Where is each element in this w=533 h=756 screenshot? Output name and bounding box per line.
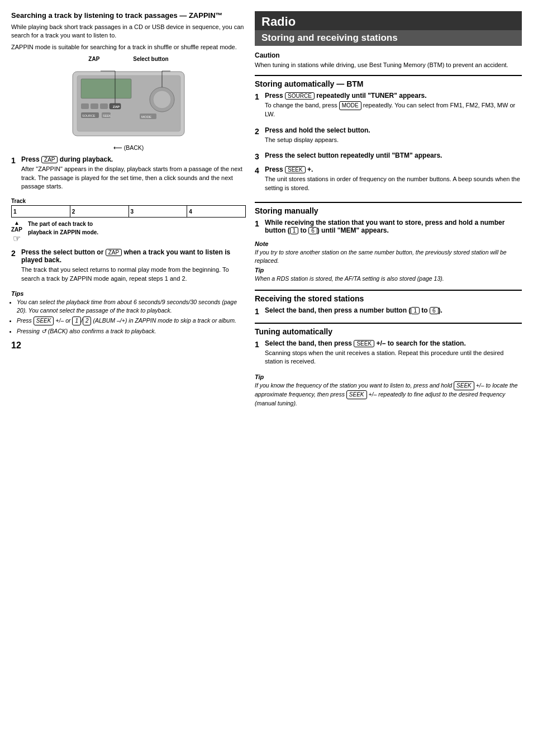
step-2-content: Press the select button or ZAP when a tr… [21,248,246,286]
tip-3: Pressing ↺ (BACK) also confirms a track … [17,327,246,336]
track-label: Track [11,198,246,204]
btm-step-1: 1 Press SOURCE repeatedly until "TUNER" … [255,92,522,121]
back-label: ⟵ (BACK) [11,144,246,151]
track-diagram: Track 1 2 3 4 ▲ ZAP ☞ The part of each t… [11,198,246,244]
storing-manually-title: Storing manually [255,206,522,215]
svg-rect-5 [100,103,108,109]
manual-tip: Tip When a RDS station is stored, the AF… [255,267,522,283]
btm-step-4-heading: Press SEEK +. [265,166,522,173]
btm-step-4: 4 Press SEEK +. The unit stores stations… [255,166,522,195]
receiving-section: Receiving the stored stations 1 Select t… [255,290,522,316]
btm-step-3-num: 3 [255,152,265,161]
manual-step-1: 1 While receiving the station that you w… [255,219,522,236]
receiving-step-1: 1 Select the band, then press a number b… [255,306,522,316]
manual-tip-text: When a RDS station is stored, the AF/TA … [255,275,522,283]
left-section-title: Searching a track by listening to track … [11,11,246,20]
track-seg-3: 3 [129,206,188,217]
num1-manual: 1 [290,227,299,234]
num6-recv: 6 [430,307,439,314]
btm-step-3: 3 Press the select button repeatedly unt… [255,152,522,161]
page-number: 12 [11,341,246,351]
tip-1: You can select the playback time from ab… [17,298,246,314]
btm-step-4-body: The unit stores stations in order of fre… [265,175,522,192]
receiving-step-1-content: Select the band, then press a number but… [265,306,522,316]
num6-manual: 6 [308,227,317,234]
seek-key-tip2: SEEK [454,381,474,390]
radio-header: Radio Storing and receiving stations [255,11,522,46]
tuning-title: Tuning automatically [255,327,522,336]
seek-key-tip3: SEEK [346,390,367,399]
mode-key: MODE [339,101,361,110]
btm-step-2-body: The setup display appears. [265,136,522,144]
caution-section: Caution When tuning in stations while dr… [255,51,522,69]
btm-step-2-content: Press and hold the select button. The se… [265,126,522,147]
manual-step-1-num: 1 [255,219,265,228]
btm-step-2: 2 Press and hold the select button. The … [255,126,522,147]
svg-rect-3 [81,103,89,109]
num1-key: 1 [72,316,81,325]
tuning-step-1: 1 Select the band, then press SEEK +/– t… [255,339,522,369]
caution-title: Caution [255,51,522,59]
num1-recv: 1 [411,307,420,314]
tips-section: Tips You can select the playback time fr… [11,290,246,335]
right-column: Radio Storing and receiving stations Cau… [255,11,522,745]
step-1: 1 Press ZAP during playback. After "ZAPP… [11,155,246,193]
tuning-tip-head: Tip [255,374,522,380]
zap-key-2: ZAP [106,249,122,256]
storing-btm-section: Storing automatically — BTM 1 Press SOUR… [255,75,522,195]
step-1-body: After "ZAPPIN" appears in the display, p… [21,165,246,191]
tip-2: Press SEEK +/– or 1/2 (ALBUM –/+) in ZAP… [17,316,246,325]
svg-rect-2 [81,79,131,98]
left-intro-1: While playing back short track passages … [11,23,246,40]
receiving-step-1-heading: Select the band, then press a number but… [265,306,522,314]
tuning-step-1-body: Scanning stops when the unit receives a … [265,349,522,366]
source-key: SOURCE [285,92,315,100]
seek-key-tuning: SEEK [354,340,374,347]
manual-note: Note If you try to store another station… [255,240,522,264]
diagram-labels: ZAP Select button [11,56,246,62]
step-2-body: The track that you select returns to nor… [21,266,246,283]
zap-key: ZAP [41,156,58,163]
btm-step-2-num: 2 [255,126,265,136]
storing-manually-section: Storing manually 1 While receiving the s… [255,202,522,283]
btm-step-2-heading: Press and hold the select button. [265,126,522,134]
step-2-heading: Press the select button or ZAP when a tr… [21,248,246,264]
note-text: If you try to store another station on t… [255,248,522,264]
tuning-tip-text: If you know the frequency of the station… [255,381,522,408]
manual-step-1-content: While receiving the station that you wan… [265,219,522,236]
btm-step-1-content: Press SOURCE repeatedly until "TUNER" ap… [265,92,522,121]
track-seg-1: 1 [12,206,70,217]
storing-btm-title: Storing automatically — BTM [255,79,522,88]
btm-step-3-heading: Press the select button repeatedly until… [265,152,522,159]
svg-text:SOURCE: SOURCE [82,114,96,117]
manual-step-1-heading: While receiving the station that you wan… [265,219,522,234]
tips-heading: Tips [11,290,246,297]
left-intro-2: ZAPPIN mode is suitable for searching fo… [11,43,246,51]
caution-text: When tuning in stations while driving, u… [255,61,522,69]
track-caption: The part of each track to playback in ZA… [28,220,98,237]
num2-key: 2 [83,316,92,325]
receiving-step-1-num: 1 [255,306,265,316]
zap-diagram: ZAP Select button ZAP [11,56,246,151]
step-1-num: 1 [11,155,21,165]
tips-list: You can select the playback time from ab… [17,298,246,335]
device-illustration: ZAP MODE SOURCE SEEK [67,63,190,141]
track-seg-4: 4 [187,206,245,217]
svg-rect-4 [91,103,98,109]
tuning-step-1-num: 1 [255,339,265,349]
tuning-step-1-heading: Select the band, then press SEEK +/– to … [265,339,522,347]
left-column: Searching a track by listening to track … [11,11,246,745]
svg-text:SEEK: SEEK [103,114,111,117]
btm-step-1-num: 1 [255,92,265,101]
tuning-step-1-content: Select the band, then press SEEK +/– to … [265,339,522,369]
btm-step-3-content: Press the select button repeatedly until… [265,152,522,161]
svg-text:MODE: MODE [141,115,151,119]
svg-point-9 [153,91,171,108]
tuning-tip: Tip If you know the frequency of the sta… [255,374,522,408]
seek-key-btm: SEEK [285,166,306,173]
track-bar: 1 2 3 4 [11,205,246,218]
note-head: Note [255,240,522,247]
seek-key-tip: SEEK [34,316,54,325]
btm-step-4-num: 4 [255,166,265,175]
svg-text:ZAP: ZAP [113,105,120,108]
